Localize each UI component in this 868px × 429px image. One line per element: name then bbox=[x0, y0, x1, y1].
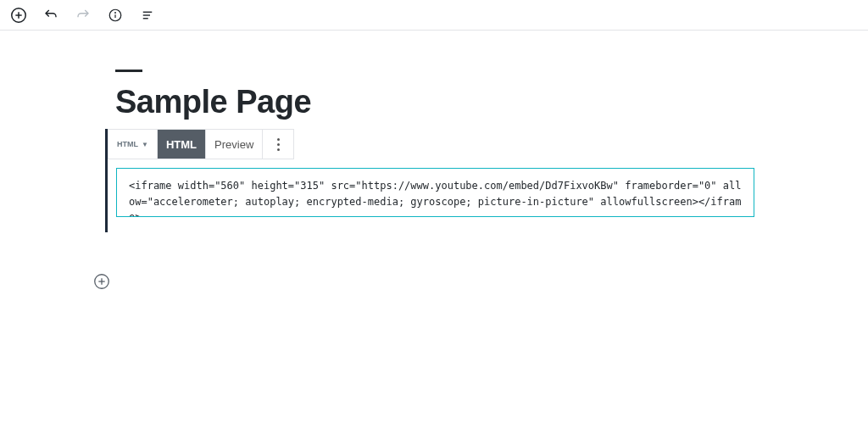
svg-point-5 bbox=[115, 12, 116, 13]
info-button[interactable] bbox=[105, 5, 125, 25]
title-separator bbox=[115, 70, 142, 72]
add-block-below-button[interactable] bbox=[92, 271, 112, 292]
svg-point-10 bbox=[277, 143, 280, 146]
redo-button[interactable] bbox=[73, 5, 93, 25]
tab-preview[interactable]: Preview bbox=[206, 130, 263, 159]
svg-point-11 bbox=[277, 148, 280, 151]
add-block-button[interactable] bbox=[8, 5, 29, 25]
more-options-button[interactable] bbox=[263, 130, 293, 159]
block-body bbox=[108, 159, 763, 232]
editor-toolbar bbox=[0, 0, 868, 31]
html-code-input[interactable] bbox=[116, 168, 754, 217]
undo-button[interactable] bbox=[41, 5, 61, 25]
block-navigation-button[interactable] bbox=[137, 5, 158, 25]
html-block: HTML ▼ HTML Preview bbox=[105, 129, 763, 232]
page-title[interactable]: Sample Page bbox=[115, 84, 763, 120]
block-toolbar: HTML ▼ HTML Preview bbox=[108, 129, 294, 159]
block-type-badge: HTML bbox=[117, 140, 138, 148]
svg-point-9 bbox=[277, 138, 280, 141]
editor-canvas: Sample Page HTML ▼ HTML Preview bbox=[105, 31, 763, 232]
chevron-down-icon: ▼ bbox=[142, 141, 148, 148]
tab-html[interactable]: HTML bbox=[158, 130, 206, 159]
block-type-switcher[interactable]: HTML ▼ bbox=[108, 130, 158, 159]
